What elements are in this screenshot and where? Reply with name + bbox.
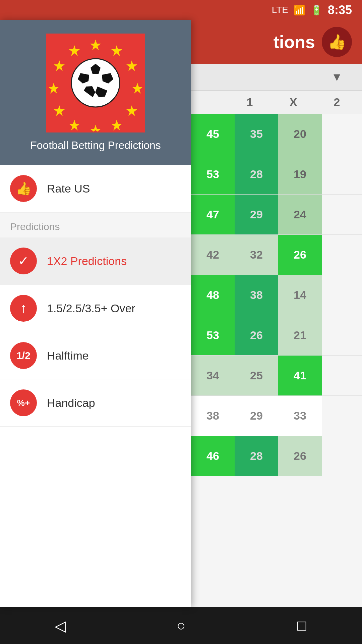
status-bar: LTE 📶 🔋 8:35 bbox=[0, 0, 362, 20]
menu-item-1x2[interactable]: ✓ 1X2 Predictions bbox=[0, 237, 191, 285]
lte-icon: LTE bbox=[272, 5, 288, 15]
up-arrow-icon: ↑ bbox=[10, 295, 37, 322]
column-headers: 1 X 2 bbox=[191, 91, 362, 114]
thumbs-icon: 👍 bbox=[10, 175, 37, 202]
cell-1: 45 bbox=[191, 114, 235, 154]
back-button[interactable]: ◁ bbox=[47, 612, 74, 639]
table-row: 47 29 24 bbox=[191, 195, 362, 235]
drawer-header: Football Betting Predictions bbox=[0, 20, 191, 165]
svg-marker-2 bbox=[126, 60, 137, 71]
menu-item-rate-us[interactable]: 👍 Rate US bbox=[0, 165, 191, 212]
check-circle-icon: ✓ bbox=[10, 248, 37, 274]
svg-marker-4 bbox=[126, 105, 137, 116]
cell-x: 28 bbox=[235, 154, 278, 194]
menu-item-handicap[interactable]: %+ Handicap bbox=[0, 379, 191, 427]
up-arrow-glyph: ↑ bbox=[20, 300, 27, 316]
table-row: 34 25 41 bbox=[191, 356, 362, 396]
cell-1: 53 bbox=[191, 315, 235, 355]
check-icon-glyph: ✓ bbox=[18, 254, 29, 268]
bottom-navigation: ◁ ○ □ bbox=[0, 607, 362, 644]
table-row: 42 32 26 bbox=[191, 235, 362, 275]
cell-x: 25 bbox=[235, 356, 278, 395]
handicap-label: Handicap bbox=[47, 396, 95, 410]
side-drawer: Football Betting Predictions 👍 Rate US P… bbox=[0, 20, 191, 607]
svg-marker-8 bbox=[54, 105, 65, 116]
1x2-label: 1X2 Predictions bbox=[47, 255, 127, 268]
svg-marker-5 bbox=[111, 120, 122, 130]
signal-icon: 📶 bbox=[294, 5, 305, 16]
table-row: 53 28 19 bbox=[191, 154, 362, 195]
svg-marker-1 bbox=[111, 45, 122, 56]
battery-icon: 🔋 bbox=[311, 5, 322, 16]
svg-marker-9 bbox=[48, 83, 59, 94]
cell-1: 53 bbox=[191, 154, 235, 194]
cell-x: 32 bbox=[235, 235, 278, 275]
recent-apps-icon: □ bbox=[297, 617, 306, 634]
svg-marker-3 bbox=[132, 83, 143, 94]
svg-marker-10 bbox=[54, 60, 65, 71]
col-1-header: 1 bbox=[228, 96, 272, 109]
predictions-section-header: Predictions bbox=[0, 212, 191, 237]
cell-2: 26 bbox=[278, 436, 322, 476]
svg-marker-0 bbox=[90, 40, 101, 50]
logo-svg bbox=[46, 34, 145, 132]
home-icon: ○ bbox=[177, 617, 186, 634]
cell-1: 34 bbox=[191, 356, 235, 395]
home-button[interactable]: ○ bbox=[168, 612, 194, 639]
cell-x: 29 bbox=[235, 396, 278, 436]
cell-2: 21 bbox=[278, 315, 322, 355]
handicap-icon: %+ bbox=[10, 389, 37, 416]
app-logo bbox=[46, 34, 145, 132]
table-row: 46 28 26 bbox=[191, 436, 362, 476]
back-icon: ◁ bbox=[55, 617, 66, 634]
cell-2: 33 bbox=[278, 396, 322, 436]
table-behind: ▼ 1 X 2 45 35 20 53 28 19 47 29 24 42 32… bbox=[191, 64, 362, 607]
table-header: ▼ bbox=[191, 64, 362, 91]
cell-1: 47 bbox=[191, 195, 235, 234]
halftime-label: Halftime bbox=[47, 349, 89, 362]
cell-x: 29 bbox=[235, 195, 278, 234]
thumbs-icon-glyph: 👍 bbox=[16, 181, 32, 196]
svg-marker-6 bbox=[90, 125, 101, 132]
dropdown-icon[interactable]: ▼ bbox=[315, 70, 359, 84]
cell-x: 26 bbox=[235, 315, 278, 355]
over-label: 1.5/2.5/3.5+ Over bbox=[47, 302, 135, 315]
menu-item-over[interactable]: ↑ 1.5/2.5/3.5+ Over bbox=[0, 285, 191, 332]
col-x-header: X bbox=[272, 96, 315, 109]
cell-x: 38 bbox=[235, 275, 278, 315]
thumbs-up-button[interactable]: 👍 bbox=[322, 27, 352, 57]
clock: 8:35 bbox=[328, 3, 352, 17]
cell-x: 28 bbox=[235, 436, 278, 476]
halftime-glyph: 1/2 bbox=[16, 350, 31, 361]
cell-2: 24 bbox=[278, 195, 322, 234]
table-row: 53 26 21 bbox=[191, 315, 362, 356]
app-logo-title: Football Betting Predictions bbox=[30, 139, 161, 152]
svg-marker-11 bbox=[69, 45, 80, 56]
halftime-icon: 1/2 bbox=[10, 342, 37, 369]
table-row: 45 35 20 bbox=[191, 114, 362, 154]
thumbs-up-icon: 👍 bbox=[328, 33, 346, 51]
cell-1: 38 bbox=[191, 396, 235, 436]
col-2-header: 2 bbox=[315, 96, 359, 109]
recent-apps-button[interactable]: □ bbox=[288, 612, 315, 639]
cell-2: 20 bbox=[278, 114, 322, 154]
status-icons: LTE 📶 🔋 8:35 bbox=[272, 3, 352, 17]
cell-2: 19 bbox=[278, 154, 322, 194]
cell-2: 26 bbox=[278, 235, 322, 275]
rate-us-label: Rate US bbox=[47, 182, 90, 195]
table-row: 38 29 33 bbox=[191, 396, 362, 436]
cell-1: 42 bbox=[191, 235, 235, 275]
cell-2: 41 bbox=[278, 356, 322, 395]
cell-x: 35 bbox=[235, 114, 278, 154]
table-row: 48 38 14 bbox=[191, 275, 362, 315]
svg-marker-7 bbox=[69, 120, 80, 130]
handicap-glyph: %+ bbox=[17, 398, 30, 408]
menu-item-halftime[interactable]: 1/2 Halftime bbox=[0, 332, 191, 379]
cell-1: 48 bbox=[191, 275, 235, 315]
cell-1: 46 bbox=[191, 436, 235, 476]
cell-2: 14 bbox=[278, 275, 322, 315]
